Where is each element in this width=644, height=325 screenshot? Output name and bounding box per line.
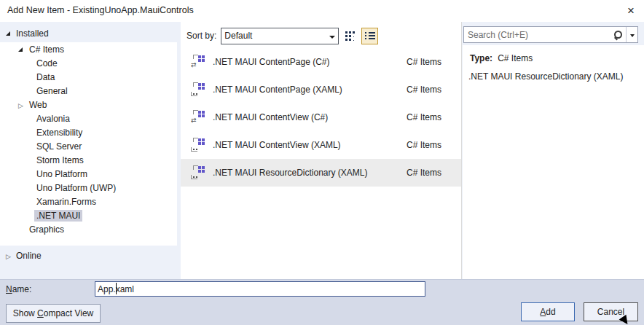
maui-csharp-file-icon	[191, 55, 205, 69]
tree-node-extensibility[interactable]: Extensibility	[0, 125, 177, 139]
template-details-panel: Type:C# Items .NET MAUI ResourceDictiona…	[463, 45, 644, 279]
list-view-button[interactable]	[361, 28, 378, 44]
text-caret	[116, 283, 117, 294]
sort-toolbar: Sort by: Default	[181, 26, 461, 45]
search-icon[interactable]	[613, 30, 624, 40]
chevron-down-icon	[326, 31, 338, 41]
sort-by-label: Sort by:	[186, 31, 216, 41]
tree-node-avalonia[interactable]: Avalonia	[0, 111, 177, 125]
maui-csharp-file-icon	[191, 110, 205, 125]
small-icons-view-icon	[345, 31, 356, 41]
tree-node-code[interactable]: Code	[0, 56, 177, 70]
tree-node-uno-platform[interactable]: Uno Platform	[0, 167, 177, 181]
tree-node-xamarin-forms[interactable]: Xamarin.Forms	[0, 195, 177, 208]
maui-xaml-file-icon	[191, 82, 205, 97]
add-new-item-dialog: Add New Item - ExistingUnoApp.MauiContro…	[0, 0, 644, 325]
title-bar: Add New Item - ExistingUnoApp.MauiContro…	[0, 0, 644, 22]
name-input[interactable]	[95, 281, 425, 297]
tree-node-web[interactable]: Web	[0, 98, 177, 111]
template-row-contentview-xaml[interactable]: .NET MAUI ContentView (XAML) C# Items	[181, 131, 461, 159]
tree-node-general[interactable]: General	[0, 84, 177, 98]
tree-node-data[interactable]: Data	[0, 70, 177, 84]
tree-node-label: Online	[16, 251, 42, 261]
template-row-resourcedictionary-xaml[interactable]: .NET MAUI ResourceDictionary (XAML) C# I…	[181, 159, 461, 187]
tree-node-installed[interactable]: Installed	[0, 26, 177, 41]
type-value: C# Items	[498, 53, 533, 63]
tree-node-label: Installed	[16, 28, 49, 39]
expander-closed-icon	[18, 100, 27, 110]
sort-by-dropdown[interactable]: Default	[221, 28, 339, 44]
maui-xaml-file-icon	[191, 165, 205, 180]
template-row-contentpage-cs[interactable]: .NET MAUI ContentPage (C#) C# Items	[181, 48, 461, 76]
template-list: .NET MAUI ContentPage (C#) C# Items .NET…	[181, 48, 461, 187]
tree-node-dotnet-maui[interactable]: .NET MAUI	[0, 208, 177, 222]
name-label: Name:	[6, 284, 31, 294]
expander-open-icon	[18, 47, 27, 52]
show-compact-view-button[interactable]: Show Compact View	[6, 304, 101, 323]
small-icons-view-button[interactable]	[342, 28, 358, 44]
expander-closed-icon	[6, 251, 16, 261]
template-row-contentview-cs[interactable]: .NET MAUI ContentView (C#) C# Items	[181, 103, 461, 131]
close-icon[interactable]: ×	[621, 1, 641, 20]
template-row-contentpage-xaml[interactable]: .NET MAUI ContentPage (XAML) C# Items	[181, 76, 461, 103]
dialog-title: Add New Item - ExistingUnoApp.MauiContro…	[7, 5, 194, 15]
template-type: C# Items	[407, 168, 441, 178]
tree-node-sql-server[interactable]: SQL Server	[0, 139, 177, 153]
list-view-icon	[365, 31, 375, 40]
template-type: C# Items	[407, 57, 441, 67]
type-label: Type:	[470, 53, 492, 63]
tree-node-storm-items[interactable]: Storm Items	[0, 153, 177, 167]
template-type: C# Items	[407, 140, 441, 150]
footer-bar: Name: Show Compact View Add Cancel	[0, 279, 644, 325]
template-description: .NET MAUI ResourceDictionary (XAML)	[468, 71, 644, 82]
template-type: C# Items	[407, 85, 441, 95]
maui-xaml-file-icon	[191, 138, 205, 152]
tree-node-graphics[interactable]: Graphics	[0, 222, 177, 236]
category-tree: C# Items Code Data General Web Avalonia …	[0, 42, 177, 246]
search-input[interactable]	[464, 30, 613, 40]
tree-node-csharp-items[interactable]: C# Items	[0, 42, 177, 56]
tree-node-uno-platform-uwp[interactable]: Uno Platform (UWP)	[0, 181, 177, 195]
cancel-button[interactable]: Cancel	[584, 302, 638, 321]
template-list-panel: Sort by: Default .NET MAUI ContentPage (…	[181, 22, 462, 279]
add-button[interactable]: Add	[521, 302, 575, 321]
search-box	[463, 26, 638, 43]
expander-open-icon	[6, 31, 16, 36]
search-dropdown-chevron-icon[interactable]	[627, 30, 637, 40]
template-type-row: Type:C# Items	[470, 53, 644, 63]
tree-node-online[interactable]: Online	[0, 248, 177, 263]
template-type: C# Items	[407, 112, 441, 122]
